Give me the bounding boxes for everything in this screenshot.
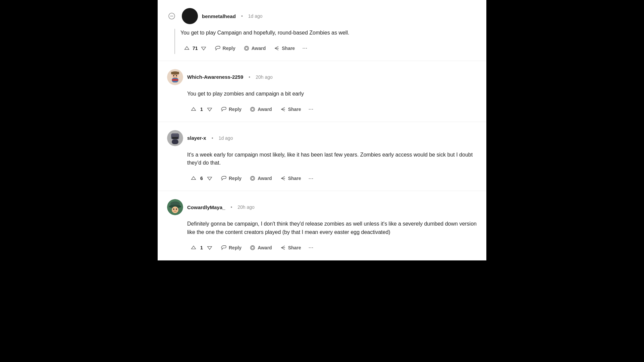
- more-icon: ···: [309, 244, 314, 251]
- share-button[interactable]: Share: [277, 243, 305, 253]
- svg-rect-16: [172, 139, 178, 144]
- avatar: [167, 69, 183, 85]
- upvote-button[interactable]: [182, 44, 191, 53]
- downvote-button[interactable]: [205, 174, 214, 183]
- reply-label: Reply: [229, 176, 241, 181]
- timestamp: 1d ago: [248, 13, 263, 19]
- svg-point-12: [251, 107, 255, 111]
- vote-group: 71: [180, 43, 210, 54]
- svg-rect-11: [172, 79, 178, 81]
- comment-block: slayer-x • 1d ago It's a week early for …: [158, 122, 486, 191]
- vote-group: 1: [187, 104, 216, 115]
- reply-button[interactable]: Reply: [217, 173, 245, 183]
- more-options-button[interactable]: ···: [306, 242, 316, 253]
- vote-count: 6: [199, 176, 204, 181]
- downvote-button[interactable]: [199, 44, 208, 53]
- timestamp: 20h ago: [256, 74, 273, 80]
- reply-button[interactable]: Reply: [217, 104, 245, 114]
- share-button[interactable]: Share: [277, 104, 305, 114]
- reply-label: Reply: [229, 107, 241, 112]
- comment-content-area: You get to play Campaign and hopefully, …: [174, 29, 477, 54]
- upvote-button[interactable]: [189, 105, 198, 114]
- award-label: Award: [258, 245, 272, 250]
- award-button[interactable]: Award: [246, 173, 275, 183]
- reply-button[interactable]: Reply: [211, 43, 239, 53]
- vote-group: 6: [187, 173, 216, 184]
- action-bar: 1 Reply Award: [187, 242, 477, 253]
- svg-rect-8: [171, 72, 179, 74]
- timestamp: 20h ago: [237, 204, 255, 210]
- comment-header: slayer-x • 1d ago: [167, 130, 477, 146]
- comment-header: CowardlyMaya_ • 20h ago: [167, 199, 477, 215]
- svg-point-2: [244, 46, 249, 50]
- share-label: Share: [288, 245, 301, 250]
- svg-point-21: [252, 177, 254, 180]
- svg-point-30: [252, 246, 254, 249]
- comment-block: CowardlyMaya_ • 20h ago Definitely gonna…: [158, 191, 486, 260]
- comment-block: benmetalhead • 1d ago You get to play Ca…: [158, 0, 486, 61]
- collapse-button[interactable]: [167, 11, 176, 21]
- avatar: [167, 130, 183, 146]
- downvote-button[interactable]: [205, 105, 214, 114]
- action-bar: 6 Reply Award: [187, 173, 477, 184]
- comment-body: Definitely gonna be campaign, I don't th…: [187, 220, 477, 237]
- username[interactable]: slayer-x: [187, 135, 206, 141]
- upvote-button[interactable]: [189, 243, 198, 252]
- upvote-button[interactable]: [189, 174, 198, 183]
- share-label: Share: [288, 107, 301, 112]
- svg-point-29: [251, 245, 255, 250]
- comment-block: Which-Awareness-2259 • 20h ago You get t…: [158, 61, 486, 122]
- more-options-button[interactable]: ···: [306, 104, 316, 115]
- separator: •: [241, 13, 243, 19]
- reply-label: Reply: [229, 245, 241, 250]
- share-label: Share: [282, 46, 295, 51]
- svg-point-9: [173, 75, 174, 76]
- svg-point-26: [172, 206, 178, 213]
- more-icon: ···: [309, 106, 314, 113]
- separator: •: [230, 204, 232, 210]
- timestamp: 1d ago: [219, 135, 233, 141]
- svg-point-28: [176, 208, 177, 210]
- svg-point-27: [173, 208, 174, 210]
- username[interactable]: CowardlyMaya_: [187, 204, 225, 210]
- award-button[interactable]: Award: [240, 43, 269, 53]
- more-icon: ···: [302, 45, 307, 52]
- share-button[interactable]: Share: [277, 173, 305, 183]
- comment-body: You get to play Campaign and hopefully, …: [180, 29, 477, 37]
- svg-point-10: [176, 75, 177, 76]
- avatar: [167, 199, 183, 215]
- vote-count: 1: [199, 245, 204, 250]
- downvote-button[interactable]: [205, 243, 214, 252]
- more-options-button[interactable]: ···: [306, 173, 316, 184]
- action-bar: 71 Reply: [180, 43, 477, 54]
- avatar: [182, 8, 198, 24]
- comment-body: You get to play zombies and campaign a b…: [187, 90, 477, 98]
- award-label: Award: [252, 46, 266, 51]
- comment-header: Which-Awareness-2259 • 20h ago: [167, 69, 477, 85]
- share-label: Share: [288, 176, 301, 181]
- comments-container: benmetalhead • 1d ago You get to play Ca…: [158, 0, 486, 260]
- comment-header: benmetalhead • 1d ago: [167, 8, 477, 24]
- username[interactable]: Which-Awareness-2259: [187, 74, 243, 80]
- separator: •: [212, 135, 213, 141]
- award-label: Award: [258, 107, 272, 112]
- svg-point-20: [251, 176, 255, 181]
- award-label: Award: [258, 176, 272, 181]
- svg-point-13: [252, 108, 254, 110]
- vote-group: 1: [187, 242, 216, 253]
- vote-count: 71: [193, 46, 198, 51]
- award-button[interactable]: Award: [246, 243, 275, 253]
- username[interactable]: benmetalhead: [202, 13, 236, 19]
- separator: •: [249, 74, 250, 80]
- reply-button[interactable]: Reply: [217, 243, 245, 253]
- reply-label: Reply: [223, 46, 235, 51]
- svg-point-3: [245, 47, 248, 49]
- more-options-button[interactable]: ···: [300, 43, 310, 54]
- action-bar: 1 Reply Award: [187, 104, 477, 115]
- more-icon: ···: [309, 175, 314, 182]
- share-button[interactable]: Share: [270, 43, 298, 53]
- comment-body: It's a week early for campaign most like…: [187, 151, 477, 168]
- vote-count: 1: [199, 107, 204, 112]
- award-button[interactable]: Award: [246, 104, 275, 114]
